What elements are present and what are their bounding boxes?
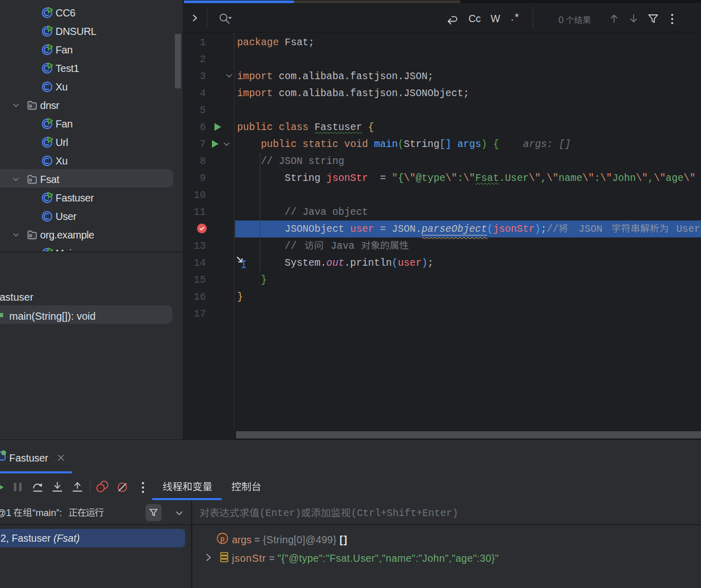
svg-text:p: p [220, 535, 225, 543]
